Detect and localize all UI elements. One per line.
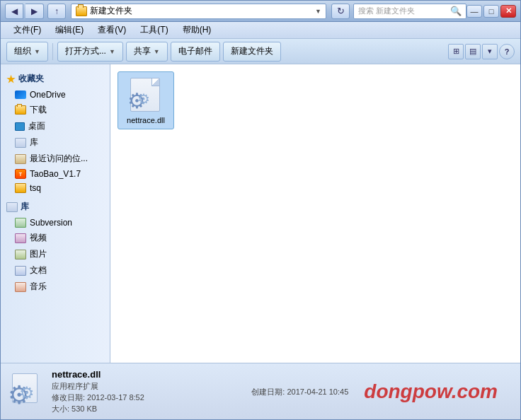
sidebar-photo-label: 图片	[30, 248, 47, 260]
sidebar-item-taobao[interactable]: T TaoBao_V1.7	[1, 167, 110, 181]
sidebar-item-photo[interactable]: 图片	[1, 246, 110, 262]
sidebar-taobao-label: TaoBao_V1.7	[30, 169, 81, 179]
maximize-button[interactable]: □	[483, 5, 499, 18]
sidebar-item-recent[interactable]: 最近访问的位...	[1, 151, 110, 167]
address-folder-icon	[76, 6, 87, 16]
sidebar-item-tsq[interactable]: tsq	[1, 181, 110, 195]
sidebar-library-label: 库	[21, 201, 29, 213]
sidebar-lib-label: 库	[30, 136, 38, 148]
address-text: 新建文件夹	[90, 5, 312, 17]
dll-file-icon: ⚙ ⚙	[129, 76, 163, 113]
menu-edit[interactable]: 编辑(E)	[48, 23, 91, 37]
sidebar-item-subversion[interactable]: Subversion	[1, 216, 110, 230]
status-gear-small-icon: ⚙	[19, 383, 35, 403]
sidebar: ★ 收藏夹 OneDrive 下载 桌面 库 最近访问的位...	[1, 64, 110, 363]
toolbar: 组织 ▼ 打开方式... ▼ 共享 ▼ 电子邮件 新建文件夹 ⊞ ▤ ▾ ?	[1, 39, 520, 64]
share-arrow: ▼	[154, 48, 160, 55]
file-item-nettrace[interactable]: ⚙ ⚙ nettrace.dll	[118, 71, 174, 129]
menu-tools[interactable]: 工具(T)	[133, 23, 175, 37]
status-created: 创建日期: 2017-04-21 10:45	[251, 387, 348, 397]
desktop-icon	[15, 122, 25, 131]
close-button[interactable]: ✕	[500, 5, 516, 18]
file-area[interactable]: ⚙ ⚙ nettrace.dll	[110, 64, 520, 363]
status-type: 应用程序扩展	[52, 381, 243, 392]
share-label: 共享	[134, 45, 151, 57]
back-button[interactable]: ◀	[5, 4, 23, 19]
sidebar-item-lib[interactable]: 库	[1, 134, 110, 151]
menubar: 文件(F) 编辑(E) 查看(V) 工具(T) 帮助(H)	[1, 22, 520, 39]
content-area: ★ 收藏夹 OneDrive 下载 桌面 库 最近访问的位...	[1, 64, 520, 363]
forward-button[interactable]: ▶	[25, 4, 44, 19]
recent-icon	[15, 154, 26, 164]
watermark: dongpow.com	[364, 380, 512, 403]
menu-help[interactable]: 帮助(H)	[176, 23, 219, 37]
address-bar[interactable]: 新建文件夹 ▼	[71, 4, 326, 19]
open-with-label: 打开方式...	[65, 45, 106, 57]
up-button[interactable]: ↑	[47, 4, 66, 19]
minimize-button[interactable]: —	[466, 5, 482, 18]
view-dropdown-button[interactable]: ▾	[482, 44, 498, 59]
taobao-icon: T	[15, 169, 26, 179]
view-icon1-button[interactable]: ⊞	[448, 44, 464, 59]
library-section-icon	[6, 202, 18, 212]
sidebar-recent-label: 最近访问的位...	[30, 153, 88, 165]
lib-icon	[15, 138, 26, 148]
sidebar-item-video[interactable]: 视频	[1, 230, 110, 246]
organize-button[interactable]: 组织 ▼	[6, 42, 48, 62]
statusbar: ⚙ ⚙ nettrace.dll 应用程序扩展 修改日期: 2012-03-17…	[1, 363, 520, 419]
sidebar-doc-label: 文档	[30, 264, 47, 276]
tsq-folder-icon	[15, 183, 26, 193]
new-folder-label: 新建文件夹	[231, 45, 273, 57]
sidebar-library-header[interactable]: 库	[1, 195, 110, 216]
downloads-folder-icon	[15, 105, 26, 115]
sidebar-tsq-label: tsq	[30, 183, 41, 193]
sidebar-item-downloads[interactable]: 下载	[1, 102, 110, 118]
view-icon2-button[interactable]: ▤	[465, 44, 481, 59]
menu-file[interactable]: 文件(F)	[6, 23, 48, 37]
onedrive-icon	[15, 91, 26, 99]
sidebar-item-onedrive[interactable]: OneDrive	[1, 88, 110, 102]
share-button[interactable]: 共享 ▼	[126, 42, 168, 62]
photo-icon	[15, 250, 26, 259]
sidebar-downloads-label: 下载	[30, 104, 47, 116]
status-size: 大小: 530 KB	[52, 404, 243, 414]
file-name-label: nettrace.dll	[127, 116, 165, 124]
new-folder-button[interactable]: 新建文件夹	[223, 42, 281, 62]
organize-label: 组织	[14, 45, 31, 57]
menu-view[interactable]: 查看(V)	[91, 23, 133, 37]
dll-gear-small-icon: ⚙	[137, 91, 150, 107]
sidebar-favorites-header[interactable]: ★ 收藏夹	[1, 70, 110, 88]
organize-arrow: ▼	[34, 48, 40, 55]
window: ◀ ▶ ↑ 新建文件夹 ▼ ↻ 搜索 新建文件夹 🔍 — □ ✕ 文件(F) 编…	[0, 0, 521, 420]
status-filename: nettrace.dll	[52, 369, 243, 380]
search-bar[interactable]: 搜索 新建文件夹 🔍	[353, 4, 466, 19]
search-placeholder: 搜索 新建文件夹	[358, 6, 447, 16]
view-controls: ⊞ ▤ ▾ ?	[448, 44, 515, 59]
sidebar-item-music[interactable]: 音乐	[1, 279, 110, 295]
window-controls: — □ ✕	[466, 5, 516, 18]
email-button[interactable]: 电子邮件	[171, 42, 220, 62]
sidebar-desktop-label: 桌面	[28, 120, 45, 132]
doc-icon	[15, 266, 26, 276]
video-icon	[15, 233, 26, 243]
sidebar-music-label: 音乐	[30, 281, 47, 293]
search-icon[interactable]: 🔍	[450, 6, 462, 16]
sidebar-onedrive-label: OneDrive	[30, 90, 66, 100]
open-with-arrow: ▼	[109, 48, 115, 55]
sidebar-svn-label: Subversion	[30, 218, 72, 228]
status-file-icon: ⚙ ⚙	[9, 373, 43, 410]
sidebar-item-doc[interactable]: 文档	[1, 262, 110, 279]
sidebar-favorites-label: 收藏夹	[18, 73, 44, 85]
titlebar-left: ◀ ▶ ↑ 新建文件夹 ▼ ↻ 搜索 新建文件夹 🔍	[5, 4, 466, 19]
toolbar-divider-1	[52, 43, 53, 60]
status-modified: 修改日期: 2012-03-17 8:52	[52, 392, 243, 403]
sidebar-video-label: 视频	[30, 232, 47, 244]
address-dropdown-icon[interactable]: ▼	[315, 8, 321, 15]
open-with-button[interactable]: 打开方式... ▼	[57, 42, 123, 62]
email-label: 电子邮件	[178, 45, 212, 57]
help-button[interactable]: ?	[499, 44, 515, 59]
svn-icon	[15, 218, 26, 228]
titlebar: ◀ ▶ ↑ 新建文件夹 ▼ ↻ 搜索 新建文件夹 🔍 — □ ✕	[1, 1, 520, 22]
refresh-button[interactable]: ↻	[331, 4, 350, 19]
sidebar-item-desktop[interactable]: 桌面	[1, 118, 110, 134]
